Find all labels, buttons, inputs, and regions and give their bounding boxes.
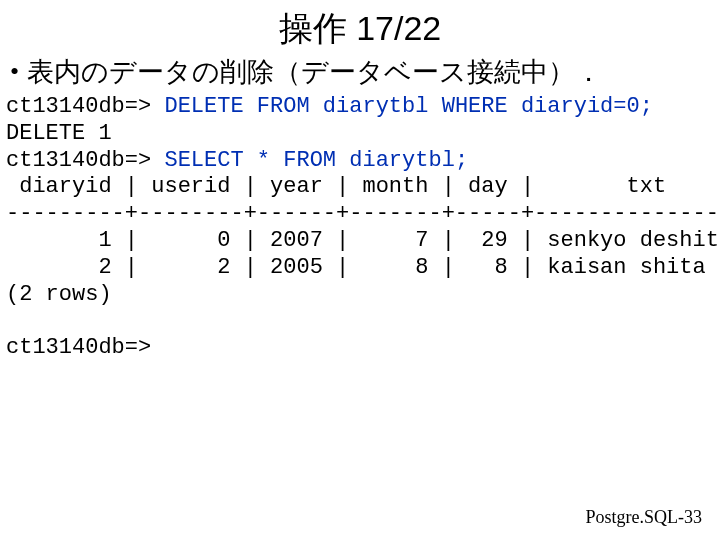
page-footer: Postgre.SQL-33: [586, 507, 703, 528]
output-line: diaryid | userid | year | month | day | …: [6, 174, 666, 199]
output-line: 2 | 2 | 2005 | 8 | 8 | kaisan shita: [6, 255, 706, 280]
sql-command: DELETE FROM diarytbl WHERE diaryid=0;: [164, 94, 652, 119]
bullet-item: • 表内のデータの削除（データベース接続中）．: [10, 54, 720, 90]
output-line: ---------+--------+------+-------+-----+…: [6, 201, 720, 226]
terminal-output: ct13140db=> DELETE FROM diarytbl WHERE d…: [6, 94, 720, 362]
prompt: ct13140db=>: [6, 335, 151, 360]
prompt: ct13140db=>: [6, 148, 164, 173]
bullet-text: 表内のデータの削除（データベース接続中）．: [27, 54, 602, 90]
bullet-icon: •: [10, 57, 19, 87]
page-title: 操作 17/22: [0, 6, 720, 52]
output-line: (2 rows): [6, 282, 112, 307]
prompt: ct13140db=>: [6, 94, 164, 119]
output-line: 1 | 0 | 2007 | 7 | 29 | senkyo deshita: [6, 228, 720, 253]
output-line: DELETE 1: [6, 121, 112, 146]
sql-command: SELECT * FROM diarytbl;: [164, 148, 468, 173]
